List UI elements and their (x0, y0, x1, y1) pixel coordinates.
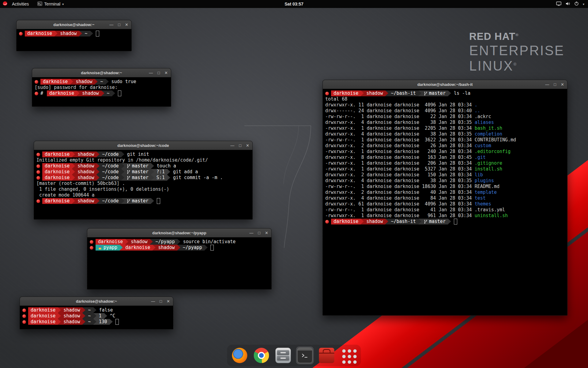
maximize-button[interactable]: □ (160, 299, 162, 304)
minimize-button[interactable]: — (149, 71, 153, 75)
app-menu-terminal[interactable]: Terminal ▾ (37, 2, 64, 7)
terminal-prompt-line: darknoiseshadow~false (22, 307, 171, 313)
terminal-output-line: -rwxrwxr-x. 1 darknoise darknoise 206 Ja… (325, 160, 565, 166)
app-menu-label: Terminal (44, 2, 60, 6)
system-status-area[interactable]: ▾ (556, 1, 586, 7)
close-button[interactable]: ✕ (561, 82, 564, 87)
prompt-indicator-icon (36, 199, 40, 203)
terminal-window-code[interactable]: darknoise@shadow:~/code —□✕ darknoisesha… (34, 141, 253, 220)
terminal-output-line: drwxrwxr-x. 2 darknoise darknoise 26 Jan… (325, 143, 565, 149)
terminal-output-line: -rwxrwxr-x. 1 darknoise darknoise 240 Ja… (325, 149, 565, 155)
terminal-output-line: drwxrwxr-x. 4 darknoise darknoise 38 Jan… (325, 120, 565, 125)
git-branch-icon (424, 91, 428, 96)
git-branch-icon (127, 164, 130, 168)
terminal-window-pyapp[interactable]: darknoise@shadow:~/pyapp —□✕ darknoisesh… (87, 228, 272, 289)
terminal-content[interactable]: darknoiseshadow~sudo true[sudo] password… (32, 77, 171, 98)
close-button[interactable]: ✕ (265, 231, 268, 235)
dock-icon-firefox[interactable] (231, 347, 249, 364)
terminal-icon (297, 348, 313, 363)
chevron-down-icon: ▾ (583, 2, 584, 6)
minimize-button[interactable]: — (151, 299, 155, 304)
minimize-button[interactable]: — (545, 82, 549, 87)
terminal-prompt-line: pyappdarknoiseshadow~/pyapp (90, 245, 269, 251)
prompt-indicator-icon (35, 80, 38, 84)
maximize-button[interactable]: □ (157, 71, 160, 75)
window-title: darknoise@shadow:~/code (117, 143, 169, 148)
window-titlebar[interactable]: darknoise@shadow:~/pyapp —□✕ (87, 228, 271, 237)
close-button[interactable]: ✕ (246, 143, 249, 148)
python-venv-icon (98, 246, 102, 250)
minimize-button[interactable]: — (249, 231, 253, 235)
terminal-content[interactable]: darknoiseshadow~falsedarknoiseshadow~1^C… (20, 306, 173, 326)
prompt-indicator-icon (36, 153, 40, 156)
power-icon (574, 1, 579, 7)
terminal-content[interactable]: darknoiseshadow~ (17, 29, 131, 38)
window-titlebar[interactable]: darknoise@shadow:~ —□✕ (32, 68, 171, 77)
window-title: darknoise@shadow:~/pyapp (152, 231, 206, 235)
prompt-indicator-icon (90, 246, 93, 250)
terminal-cursor (115, 319, 119, 325)
terminal-output-line: drwxrwxr-x. 11 darknoise darknoise 4096 … (325, 102, 565, 108)
terminal-content[interactable]: darknoiseshadow~/bash-itmasterls -latota… (323, 89, 567, 226)
rhel-watermark: RED HAT® ENTERPRISE LINUX® (469, 31, 564, 74)
minimize-button[interactable]: — (109, 22, 113, 27)
terminal-output-line: [master (root-commit) 50bcb63] . (36, 181, 250, 186)
prompt-indicator-icon (36, 176, 40, 180)
terminal-output-line: -rw-rw-r--. 1 darknoise darknoise 3622 J… (325, 137, 565, 143)
window-titlebar[interactable]: darknoise@shadow:~/bash-it —□✕ (323, 80, 567, 89)
terminal-prompt-line: darknoiseshadow~sudo true (35, 79, 168, 85)
maximize-button[interactable]: □ (239, 143, 241, 148)
chrome-icon (254, 348, 269, 363)
git-branch-icon (127, 176, 130, 180)
terminal-window-bash-it[interactable]: darknoise@shadow:~/bash-it —□✕ darknoise… (322, 80, 567, 316)
clock[interactable]: Sat 03:57 (285, 2, 303, 6)
dock-icon-chrome[interactable] (253, 347, 270, 364)
terminal-window-home-1[interactable]: darknoise@shadow:~ —□✕ darknoiseshadow~ (16, 20, 132, 51)
prompt-indicator-icon (22, 314, 26, 318)
minimize-button[interactable]: — (230, 143, 234, 148)
dock-icon-app-grid[interactable] (340, 347, 357, 364)
maximize-button[interactable]: □ (118, 22, 120, 27)
terminal-app-icon (37, 2, 42, 7)
dock-icon-terminal[interactable] (296, 347, 314, 364)
terminal-window-sudo[interactable]: darknoise@shadow:~ —□✕ darknoiseshadow~s… (32, 68, 171, 107)
registered-mark: ® (515, 33, 519, 37)
terminal-output-line: 1 file changed, 0 insertions(+), 0 delet… (36, 186, 250, 192)
maximize-button[interactable]: □ (258, 231, 260, 235)
terminal-prompt-line: darknoiseshadow~1^C (22, 313, 171, 319)
terminal-prompt-line: darknoiseshadow~/codegit init (36, 151, 250, 157)
toolbox-icon (319, 348, 334, 363)
terminal-output-line: Initialized empty Git repository in /hom… (36, 157, 250, 163)
display-icon (556, 2, 561, 7)
terminal-prompt-line: darknoiseshadow~/codemastertouch a (36, 163, 250, 169)
terminal-content[interactable]: darknoiseshadow~/codegit initInitialized… (34, 150, 252, 205)
window-title: darknoise@shadow:~ (76, 299, 117, 304)
dock-icon-toolbox[interactable] (318, 347, 336, 364)
window-title: darknoise@shadow:~ (53, 22, 94, 27)
desktop: { "topbar": { "activities": "Activities"… (0, 0, 588, 368)
terminal-output-line: drwxrwxr-x. 2 darknoise darknoise 150 Ja… (325, 172, 565, 178)
window-titlebar[interactable]: darknoise@shadow:~/code —□✕ (34, 141, 252, 150)
terminal-output-line: -rwxrwxr-x. 1 darknoise darknoise 5327 J… (325, 166, 565, 172)
close-button[interactable]: ✕ (164, 71, 168, 75)
terminal-prompt-line: darknoiseshadow~ (19, 31, 129, 36)
terminal-cursor (210, 245, 214, 251)
terminal-prompt-line: darknoiseshadow~/pyappsource bin/activat… (90, 239, 269, 245)
terminal-output-line: -rw-rw-r--. 1 darknoise darknoise 18630 … (325, 184, 565, 190)
maximize-button[interactable]: □ (554, 82, 556, 87)
terminal-prompt-line: darknoiseshadow~130 (22, 319, 171, 325)
terminal-content[interactable]: darknoiseshadow~/pyappsource bin/activat… (87, 237, 271, 252)
chevron-down-icon: ▾ (62, 2, 64, 6)
terminal-window-home-2[interactable]: darknoise@shadow:~ —□✕ darknoiseshadow~f… (20, 297, 173, 329)
close-button[interactable]: ✕ (167, 299, 170, 304)
activities-button[interactable]: Activities (10, 2, 31, 6)
window-titlebar[interactable]: darknoise@shadow:~ —□✕ (20, 297, 173, 306)
terminal-output-line: total 68 (325, 96, 565, 102)
terminal-prompt-line: darknoiseshadow~/codemaster?:1git add a (36, 169, 250, 175)
close-button[interactable]: ✕ (125, 22, 128, 27)
git-branch-icon (424, 220, 428, 224)
prompt-indicator-icon (22, 320, 26, 324)
dock-icon-files[interactable] (274, 347, 292, 364)
terminal-output-line: drwx------. 24 darknoise darknoise 4096 … (325, 108, 565, 114)
window-titlebar[interactable]: darknoise@shadow:~ —□✕ (17, 20, 131, 29)
